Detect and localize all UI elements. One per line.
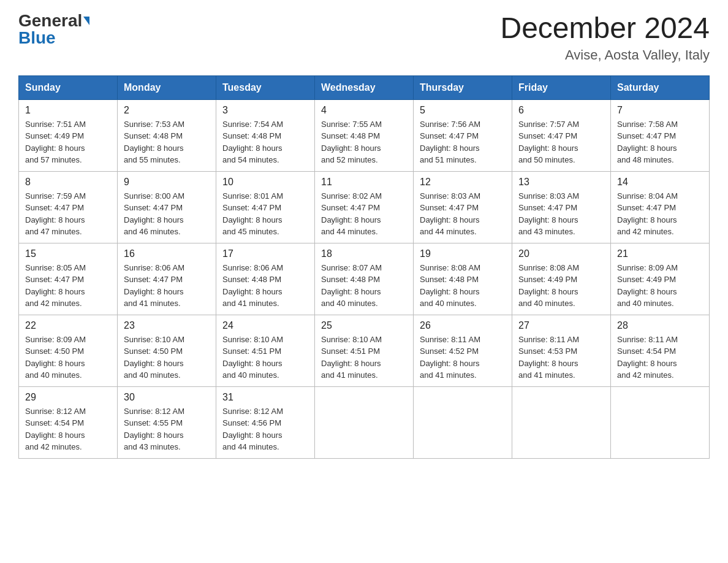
day-number: 23 [124,320,210,331]
day-cell-6: 6Sunrise: 7:57 AMSunset: 4:47 PMDaylight… [512,99,611,171]
empty-cell [315,386,414,458]
day-cell-7: 7Sunrise: 7:58 AMSunset: 4:47 PMDaylight… [611,99,710,171]
day-cell-9: 9Sunrise: 8:00 AMSunset: 4:47 PMDaylight… [118,171,216,243]
day-info: Sunrise: 7:55 AMSunset: 4:48 PMDaylight:… [321,118,407,166]
day-cell-14: 14Sunrise: 8:04 AMSunset: 4:47 PMDayligh… [611,171,710,243]
weekday-header-thursday: Thursday [414,75,512,99]
day-number: 15 [25,248,111,259]
day-number: 17 [222,248,308,259]
day-cell-27: 27Sunrise: 8:11 AMSunset: 4:53 PMDayligh… [512,315,611,386]
day-number: 13 [518,177,604,188]
day-cell-31: 31Sunrise: 8:12 AMSunset: 4:56 PMDayligh… [216,386,315,458]
weekday-header-sunday: Sunday [19,75,118,99]
day-number: 10 [222,177,308,188]
weekday-header-saturday: Saturday [611,75,710,99]
day-cell-8: 8Sunrise: 7:59 AMSunset: 4:47 PMDaylight… [19,171,118,243]
day-info: Sunrise: 8:09 AMSunset: 4:49 PMDaylight:… [617,262,703,310]
day-number: 6 [518,105,604,116]
day-number: 3 [222,105,308,116]
day-info: Sunrise: 8:12 AMSunset: 4:54 PMDaylight:… [25,405,111,453]
logo: General Blue [18,12,89,47]
day-info: Sunrise: 8:06 AMSunset: 4:47 PMDaylight:… [124,262,210,310]
day-cell-22: 22Sunrise: 8:09 AMSunset: 4:50 PMDayligh… [19,315,118,386]
day-info: Sunrise: 8:12 AMSunset: 4:56 PMDaylight:… [222,405,308,453]
day-cell-18: 18Sunrise: 8:07 AMSunset: 4:48 PMDayligh… [315,243,414,315]
day-info: Sunrise: 8:11 AMSunset: 4:53 PMDaylight:… [518,334,604,381]
day-info: Sunrise: 8:01 AMSunset: 4:47 PMDaylight:… [222,190,308,238]
day-info: Sunrise: 7:56 AMSunset: 4:47 PMDaylight:… [420,118,506,166]
week-row-1: 1Sunrise: 7:51 AMSunset: 4:49 PMDaylight… [19,99,710,171]
weekday-header-row: SundayMondayTuesdayWednesdayThursdayFrid… [19,75,710,99]
day-cell-5: 5Sunrise: 7:56 AMSunset: 4:47 PMDaylight… [414,99,512,171]
day-number: 18 [321,248,407,259]
day-number: 5 [420,105,506,116]
day-number: 4 [321,105,407,116]
day-info: Sunrise: 8:05 AMSunset: 4:47 PMDaylight:… [25,262,111,310]
day-info: Sunrise: 8:09 AMSunset: 4:50 PMDaylight:… [25,334,111,381]
day-number: 27 [518,320,604,331]
day-cell-21: 21Sunrise: 8:09 AMSunset: 4:49 PMDayligh… [611,243,710,315]
logo-general-text: General [18,12,82,29]
weekday-header-tuesday: Tuesday [216,75,315,99]
weekday-header-friday: Friday [512,75,611,99]
day-info: Sunrise: 7:51 AMSunset: 4:49 PMDaylight:… [25,118,111,166]
day-cell-12: 12Sunrise: 8:03 AMSunset: 4:47 PMDayligh… [414,171,512,243]
day-cell-19: 19Sunrise: 8:08 AMSunset: 4:48 PMDayligh… [414,243,512,315]
day-cell-2: 2Sunrise: 7:53 AMSunset: 4:48 PMDaylight… [118,99,216,171]
day-number: 31 [222,392,308,403]
week-row-4: 22Sunrise: 8:09 AMSunset: 4:50 PMDayligh… [19,315,710,386]
day-info: Sunrise: 8:11 AMSunset: 4:52 PMDaylight:… [420,334,506,381]
day-info: Sunrise: 7:58 AMSunset: 4:47 PMDaylight:… [617,118,703,166]
calendar-subtitle: Avise, Aosta Valley, Italy [500,47,710,63]
day-number: 16 [124,248,210,259]
day-info: Sunrise: 8:02 AMSunset: 4:47 PMDaylight:… [321,190,407,238]
title-section: December 2024 Avise, Aosta Valley, Italy [500,12,710,63]
day-number: 1 [25,105,111,116]
day-number: 9 [124,177,210,188]
day-number: 30 [124,392,210,403]
day-number: 19 [420,248,506,259]
day-cell-16: 16Sunrise: 8:06 AMSunset: 4:47 PMDayligh… [118,243,216,315]
day-info: Sunrise: 7:53 AMSunset: 4:48 PMDaylight:… [124,118,210,166]
day-cell-17: 17Sunrise: 8:06 AMSunset: 4:48 PMDayligh… [216,243,315,315]
day-cell-20: 20Sunrise: 8:08 AMSunset: 4:49 PMDayligh… [512,243,611,315]
day-number: 24 [222,320,308,331]
week-row-3: 15Sunrise: 8:05 AMSunset: 4:47 PMDayligh… [19,243,710,315]
day-cell-26: 26Sunrise: 8:11 AMSunset: 4:52 PMDayligh… [414,315,512,386]
day-number: 21 [617,248,703,259]
day-number: 20 [518,248,604,259]
day-number: 22 [25,320,111,331]
day-cell-1: 1Sunrise: 7:51 AMSunset: 4:49 PMDaylight… [19,99,118,171]
day-number: 25 [321,320,407,331]
day-cell-23: 23Sunrise: 8:10 AMSunset: 4:50 PMDayligh… [118,315,216,386]
day-info: Sunrise: 8:10 AMSunset: 4:50 PMDaylight:… [124,334,210,381]
day-cell-25: 25Sunrise: 8:10 AMSunset: 4:51 PMDayligh… [315,315,414,386]
week-row-5: 29Sunrise: 8:12 AMSunset: 4:54 PMDayligh… [19,386,710,458]
day-cell-28: 28Sunrise: 8:11 AMSunset: 4:54 PMDayligh… [611,315,710,386]
day-number: 12 [420,177,506,188]
empty-cell [611,386,710,458]
day-info: Sunrise: 8:06 AMSunset: 4:48 PMDaylight:… [222,262,308,310]
day-cell-3: 3Sunrise: 7:54 AMSunset: 4:48 PMDaylight… [216,99,315,171]
day-number: 28 [617,320,703,331]
day-number: 8 [25,177,111,188]
day-info: Sunrise: 8:11 AMSunset: 4:54 PMDaylight:… [617,334,703,381]
logo-triangle-icon [83,17,89,25]
day-info: Sunrise: 8:04 AMSunset: 4:47 PMDaylight:… [617,190,703,238]
logo-blue-text: Blue [18,28,56,47]
day-number: 14 [617,177,703,188]
day-info: Sunrise: 7:57 AMSunset: 4:47 PMDaylight:… [518,118,604,166]
day-number: 11 [321,177,407,188]
day-number: 29 [25,392,111,403]
weekday-header-wednesday: Wednesday [315,75,414,99]
day-info: Sunrise: 8:08 AMSunset: 4:48 PMDaylight:… [420,262,506,310]
day-info: Sunrise: 8:00 AMSunset: 4:47 PMDaylight:… [124,190,210,238]
day-info: Sunrise: 8:10 AMSunset: 4:51 PMDaylight:… [321,334,407,381]
day-cell-29: 29Sunrise: 8:12 AMSunset: 4:54 PMDayligh… [19,386,118,458]
day-info: Sunrise: 7:54 AMSunset: 4:48 PMDaylight:… [222,118,308,166]
day-cell-4: 4Sunrise: 7:55 AMSunset: 4:48 PMDaylight… [315,99,414,171]
day-info: Sunrise: 8:08 AMSunset: 4:49 PMDaylight:… [518,262,604,310]
day-info: Sunrise: 7:59 AMSunset: 4:47 PMDaylight:… [25,190,111,238]
day-cell-10: 10Sunrise: 8:01 AMSunset: 4:47 PMDayligh… [216,171,315,243]
weekday-header-monday: Monday [118,75,216,99]
